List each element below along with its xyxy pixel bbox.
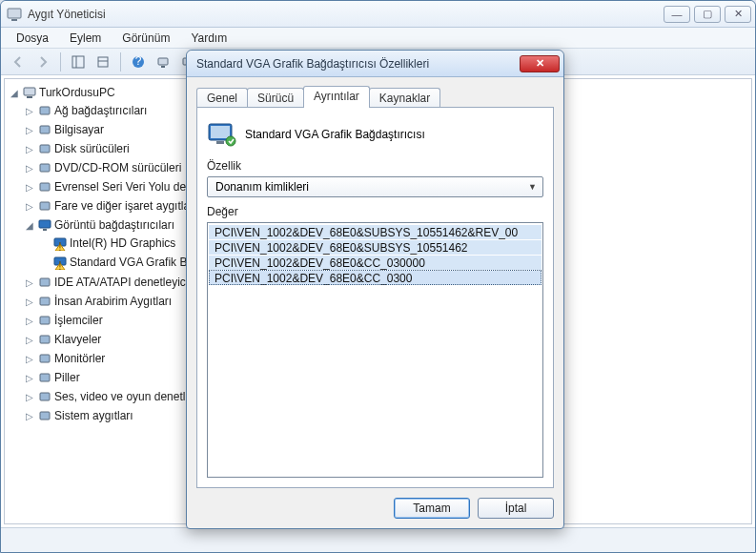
hardware-id-item[interactable]: PCI\VEN_1002&DEV_68E0&CC_030000 xyxy=(209,255,541,270)
chevron-down-icon: ▼ xyxy=(528,182,537,192)
svg-rect-22 xyxy=(40,202,50,210)
expand-icon[interactable]: ▷ xyxy=(24,372,35,383)
svg-text:!: ! xyxy=(58,259,61,270)
tree-item-label: Bilgisayar xyxy=(54,123,104,136)
dialog-button-row: Tamam İptal xyxy=(196,498,554,519)
tree-item-label: Ağ bağdaştırıcıları xyxy=(54,104,147,117)
tab-ayrıntılar[interactable]: Ayrıntılar xyxy=(303,86,370,108)
tree-item-label: Görüntü bağdaştırıcıları xyxy=(54,218,174,232)
hardware-id-item[interactable]: PCI\VEN_1002&DEV_68E0&SUBSYS_10551462 xyxy=(209,239,541,255)
expand-icon[interactable]: ▷ xyxy=(24,353,35,364)
category-icon xyxy=(37,408,52,423)
hardware-id-item[interactable]: PCI\VEN_1002&DEV_68E0&SUBSYS_10551462&RE… xyxy=(209,224,541,239)
expand-icon[interactable]: ▷ xyxy=(24,334,35,345)
svg-rect-0 xyxy=(8,9,21,18)
svg-rect-8 xyxy=(158,58,168,65)
svg-rect-17 xyxy=(40,107,50,114)
tab-genel[interactable]: Genel xyxy=(196,88,248,108)
nav-forward-button xyxy=(31,51,54,72)
value-listbox[interactable]: PCI\VEN_1002&DEV_68E0&SUBSYS_10551462&RE… xyxy=(207,222,543,478)
help-button[interactable]: ? xyxy=(127,51,150,72)
property-selected-text: Donanım kimlikleri xyxy=(215,180,309,194)
expand-icon[interactable]: ▷ xyxy=(24,200,35,212)
tabstrip: GenelSürücüAyrıntılarKaynaklar xyxy=(196,85,554,108)
tab-kaynaklar[interactable]: Kaynaklar xyxy=(369,88,440,108)
expand-icon[interactable]: ◢ xyxy=(24,219,35,231)
show-hide-tree-button[interactable] xyxy=(67,51,90,72)
expand-icon[interactable]: ▷ xyxy=(24,276,35,288)
tree-item-label: Monitörler xyxy=(54,352,105,365)
tree-item-label: Disk sürücüleri xyxy=(54,142,130,155)
category-icon xyxy=(37,351,52,366)
category-icon xyxy=(37,313,52,328)
tree-item-label: IDE ATA/ATAPI denetleyicileri xyxy=(54,276,204,289)
category-icon xyxy=(37,370,52,385)
category-icon xyxy=(37,122,52,137)
menu-file[interactable]: Dosya xyxy=(7,30,58,47)
svg-rect-43 xyxy=(216,141,224,144)
category-icon xyxy=(37,275,52,290)
svg-rect-2 xyxy=(72,56,84,68)
category-icon xyxy=(37,198,52,214)
property-combobox[interactable]: Donanım kimlikleri ▼ xyxy=(207,176,543,197)
category-icon xyxy=(37,103,52,118)
menu-view[interactable]: Görünüm xyxy=(112,30,179,47)
svg-rect-36 xyxy=(40,336,50,343)
expand-icon[interactable]: ▷ xyxy=(24,315,35,326)
expand-spacer xyxy=(39,237,51,249)
svg-rect-16 xyxy=(27,96,32,98)
category-icon xyxy=(37,160,52,175)
svg-rect-19 xyxy=(40,145,50,153)
display-adapter-icon xyxy=(207,119,237,150)
ok-button[interactable]: Tamam xyxy=(394,498,470,519)
tab-sürücü[interactable]: Sürücü xyxy=(247,88,304,108)
category-icon xyxy=(37,141,52,156)
properties-button[interactable] xyxy=(92,51,114,72)
computer-icon xyxy=(22,85,37,100)
cancel-button[interactable]: İptal xyxy=(478,498,554,519)
tree-item-label: Sistem aygıtları xyxy=(54,409,133,422)
category-icon xyxy=(37,332,52,347)
toolbar-separator xyxy=(120,52,121,72)
device-icon: ! xyxy=(52,236,68,251)
maximize-button[interactable]: ▢ xyxy=(694,6,721,23)
scan-hardware-button[interactable] xyxy=(152,51,174,72)
svg-rect-9 xyxy=(161,66,165,68)
svg-rect-1 xyxy=(11,19,17,21)
close-button[interactable]: ✕ xyxy=(725,6,751,23)
svg-rect-18 xyxy=(40,126,50,133)
menu-help[interactable]: Yardım xyxy=(181,30,236,47)
property-label: Özellik xyxy=(207,159,543,173)
dialog-titlebar: Standard VGA Grafik Bağdaştırıcısı Özell… xyxy=(187,51,563,77)
window-controls: — ▢ ✕ xyxy=(664,6,751,23)
expand-icon[interactable]: ▷ xyxy=(24,105,35,116)
app-icon xyxy=(7,7,22,22)
menu-action[interactable]: Eylem xyxy=(60,30,111,47)
dialog-close-button[interactable]: ✕ xyxy=(520,55,560,72)
device-header: Standard VGA Grafik Bağdaştırıcısı xyxy=(207,117,543,152)
minimize-button[interactable]: — xyxy=(664,6,690,23)
tree-item-label: Klavyeler xyxy=(54,333,101,346)
expand-icon[interactable]: ▷ xyxy=(24,296,35,307)
window-title: Aygıt Yöneticisi xyxy=(28,8,106,21)
tree-item-label: DVD/CD-ROM sürücüleri xyxy=(54,161,181,174)
expand-icon[interactable]: ▷ xyxy=(24,143,35,154)
expand-icon[interactable]: ▷ xyxy=(24,410,35,421)
category-icon xyxy=(37,179,52,195)
toolbar-separator xyxy=(60,52,61,72)
tree-item-label: İnsan Arabirim Aygıtları xyxy=(54,295,172,308)
collapse-icon[interactable]: ◢ xyxy=(9,87,20,98)
svg-rect-39 xyxy=(40,393,50,400)
svg-rect-15 xyxy=(24,88,35,95)
expand-icon[interactable]: ▷ xyxy=(24,162,35,174)
device-icon: ! xyxy=(52,255,68,270)
dialog-title: Standard VGA Grafik Bağdaştırıcısı Özell… xyxy=(196,57,429,71)
tree-item-label: Piller xyxy=(54,371,80,384)
expand-icon[interactable]: ▷ xyxy=(24,181,35,193)
hardware-id-item[interactable]: PCI\VEN_1002&DEV_68E0&CC_0300 xyxy=(209,270,541,285)
device-name-label: Standard VGA Grafik Bağdaştırıcısı xyxy=(245,128,425,141)
expand-icon[interactable]: ▷ xyxy=(24,391,35,402)
svg-rect-4 xyxy=(98,57,108,67)
statusbar xyxy=(1,527,755,552)
expand-icon[interactable]: ▷ xyxy=(24,124,35,135)
